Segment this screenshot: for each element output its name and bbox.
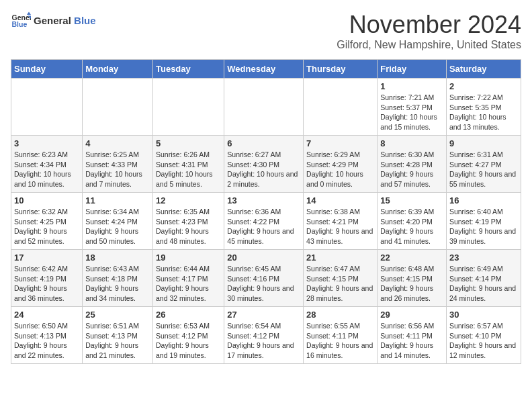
day-number: 3 — [14, 138, 79, 148]
calendar-cell: 11Sunrise: 6:34 AMSunset: 4:24 PMDayligh… — [83, 193, 153, 250]
calendar-cell: 20Sunrise: 6:45 AMSunset: 4:16 PMDayligh… — [224, 250, 304, 307]
day-number: 20 — [227, 253, 300, 263]
day-info: Sunrise: 6:42 AMSunset: 4:19 PMDaylight:… — [14, 264, 79, 304]
day-number: 5 — [156, 138, 221, 148]
day-number: 12 — [156, 195, 221, 205]
calendar-cell: 13Sunrise: 6:36 AMSunset: 4:22 PMDayligh… — [224, 193, 304, 250]
day-info: Sunrise: 6:50 AMSunset: 4:13 PMDaylight:… — [14, 321, 79, 361]
month-title: November 2024 — [337, 11, 521, 39]
day-number: 17 — [14, 253, 79, 263]
day-info: Sunrise: 6:25 AMSunset: 4:33 PMDaylight:… — [85, 150, 150, 189]
day-number: 2 — [449, 81, 518, 91]
day-info: Sunrise: 6:44 AMSunset: 4:17 PMDaylight:… — [156, 264, 221, 304]
day-info: Sunrise: 6:48 AMSunset: 4:15 PMDaylight:… — [380, 264, 443, 304]
calendar-cell — [304, 79, 378, 136]
day-number: 1 — [380, 81, 443, 91]
day-info: Sunrise: 6:55 AMSunset: 4:11 PMDaylight:… — [306, 321, 374, 361]
day-info: Sunrise: 7:22 AMSunset: 5:35 PMDaylight:… — [449, 93, 518, 132]
logo-text: General Blue — [34, 15, 96, 27]
calendar-table: SundayMondayTuesdayWednesdayThursdayFrid… — [11, 59, 521, 364]
calendar-header-tuesday: Tuesday — [152, 60, 224, 79]
day-info: Sunrise: 6:49 AMSunset: 4:14 PMDaylight:… — [449, 264, 518, 304]
calendar-cell: 29Sunrise: 6:56 AMSunset: 4:11 PMDayligh… — [378, 307, 447, 364]
day-info: Sunrise: 6:38 AMSunset: 4:21 PMDaylight:… — [306, 207, 374, 246]
day-info: Sunrise: 6:47 AMSunset: 4:15 PMDaylight:… — [306, 264, 374, 304]
calendar-cell: 9Sunrise: 6:31 AMSunset: 4:27 PMDaylight… — [446, 136, 521, 193]
day-info: Sunrise: 6:57 AMSunset: 4:10 PMDaylight:… — [449, 321, 518, 361]
calendar-cell: 6Sunrise: 6:27 AMSunset: 4:30 PMDaylight… — [224, 136, 304, 193]
day-number: 19 — [156, 253, 221, 263]
calendar-header-wednesday: Wednesday — [224, 60, 304, 79]
day-number: 4 — [85, 138, 150, 148]
day-info: Sunrise: 6:51 AMSunset: 4:13 PMDaylight:… — [85, 321, 150, 361]
location-title: Gilford, New Hampshire, United States — [337, 39, 521, 51]
day-info: Sunrise: 6:35 AMSunset: 4:23 PMDaylight:… — [156, 207, 221, 246]
day-number: 6 — [227, 138, 300, 148]
calendar-cell: 17Sunrise: 6:42 AMSunset: 4:19 PMDayligh… — [11, 250, 83, 307]
day-number: 14 — [306, 195, 374, 205]
day-number: 10 — [14, 195, 79, 205]
calendar-cell: 24Sunrise: 6:50 AMSunset: 4:13 PMDayligh… — [11, 307, 83, 364]
day-number: 15 — [380, 195, 443, 205]
calendar-week-row: 10Sunrise: 6:32 AMSunset: 4:25 PMDayligh… — [11, 193, 521, 250]
day-info: Sunrise: 6:31 AMSunset: 4:27 PMDaylight:… — [449, 150, 518, 189]
calendar-week-row: 3Sunrise: 6:23 AMSunset: 4:34 PMDaylight… — [11, 136, 521, 193]
day-info: Sunrise: 7:21 AMSunset: 5:37 PMDaylight:… — [380, 93, 443, 132]
day-info: Sunrise: 6:40 AMSunset: 4:19 PMDaylight:… — [449, 207, 518, 246]
day-info: Sunrise: 6:39 AMSunset: 4:20 PMDaylight:… — [380, 207, 443, 246]
calendar-cell: 15Sunrise: 6:39 AMSunset: 4:20 PMDayligh… — [378, 193, 447, 250]
calendar-cell: 4Sunrise: 6:25 AMSunset: 4:33 PMDaylight… — [83, 136, 153, 193]
calendar-header-row: SundayMondayTuesdayWednesdayThursdayFrid… — [11, 60, 521, 79]
day-info: Sunrise: 6:36 AMSunset: 4:22 PMDaylight:… — [227, 207, 300, 246]
day-number: 26 — [156, 310, 221, 320]
day-number: 24 — [14, 310, 79, 320]
calendar-header-friday: Friday — [378, 60, 447, 79]
calendar-cell: 1Sunrise: 7:21 AMSunset: 5:37 PMDaylight… — [378, 79, 447, 136]
day-number: 13 — [227, 195, 300, 205]
calendar-cell: 23Sunrise: 6:49 AMSunset: 4:14 PMDayligh… — [446, 250, 521, 307]
day-info: Sunrise: 6:56 AMSunset: 4:11 PMDaylight:… — [380, 321, 443, 361]
calendar-cell: 8Sunrise: 6:30 AMSunset: 4:28 PMDaylight… — [378, 136, 447, 193]
calendar-cell: 18Sunrise: 6:43 AMSunset: 4:18 PMDayligh… — [83, 250, 153, 307]
day-number: 7 — [306, 138, 374, 148]
calendar-cell: 2Sunrise: 7:22 AMSunset: 5:35 PMDaylight… — [446, 79, 521, 136]
day-info: Sunrise: 6:27 AMSunset: 4:30 PMDaylight:… — [227, 150, 300, 189]
calendar-cell: 10Sunrise: 6:32 AMSunset: 4:25 PMDayligh… — [11, 193, 83, 250]
day-number: 18 — [85, 253, 150, 263]
logo: General Blue General Blue — [11, 11, 96, 31]
calendar-cell: 12Sunrise: 6:35 AMSunset: 4:23 PMDayligh… — [152, 193, 224, 250]
day-number: 9 — [449, 138, 518, 148]
title-area: November 2024 Gilford, New Hampshire, Un… — [337, 11, 521, 51]
day-number: 8 — [380, 138, 443, 148]
calendar-cell: 26Sunrise: 6:53 AMSunset: 4:12 PMDayligh… — [152, 307, 224, 364]
calendar-header-sunday: Sunday — [11, 60, 83, 79]
calendar-cell — [152, 79, 224, 136]
day-info: Sunrise: 6:34 AMSunset: 4:24 PMDaylight:… — [85, 207, 150, 246]
day-number: 29 — [380, 310, 443, 320]
day-number: 28 — [306, 310, 374, 320]
page-header: General Blue General Blue November 2024 … — [11, 11, 521, 51]
day-number: 30 — [449, 310, 518, 320]
day-info: Sunrise: 6:53 AMSunset: 4:12 PMDaylight:… — [156, 321, 221, 361]
calendar-cell: 27Sunrise: 6:54 AMSunset: 4:12 PMDayligh… — [224, 307, 304, 364]
day-number: 23 — [449, 253, 518, 263]
day-number: 16 — [449, 195, 518, 205]
day-number: 21 — [306, 253, 374, 263]
calendar-cell — [224, 79, 304, 136]
calendar-cell: 30Sunrise: 6:57 AMSunset: 4:10 PMDayligh… — [446, 307, 521, 364]
day-info: Sunrise: 6:43 AMSunset: 4:18 PMDaylight:… — [85, 264, 150, 304]
calendar-cell: 25Sunrise: 6:51 AMSunset: 4:13 PMDayligh… — [83, 307, 153, 364]
calendar-cell — [11, 79, 83, 136]
logo-icon: General Blue — [11, 11, 31, 31]
day-info: Sunrise: 6:26 AMSunset: 4:31 PMDaylight:… — [156, 150, 221, 189]
day-number: 22 — [380, 253, 443, 263]
calendar-header-saturday: Saturday — [446, 60, 521, 79]
day-number: 25 — [85, 310, 150, 320]
calendar-week-row: 1Sunrise: 7:21 AMSunset: 5:37 PMDaylight… — [11, 79, 521, 136]
day-info: Sunrise: 6:23 AMSunset: 4:34 PMDaylight:… — [14, 150, 79, 189]
day-number: 27 — [227, 310, 300, 320]
calendar-cell — [83, 79, 153, 136]
calendar-cell: 3Sunrise: 6:23 AMSunset: 4:34 PMDaylight… — [11, 136, 83, 193]
calendar-cell: 14Sunrise: 6:38 AMSunset: 4:21 PMDayligh… — [304, 193, 378, 250]
svg-text:Blue: Blue — [12, 20, 28, 28]
